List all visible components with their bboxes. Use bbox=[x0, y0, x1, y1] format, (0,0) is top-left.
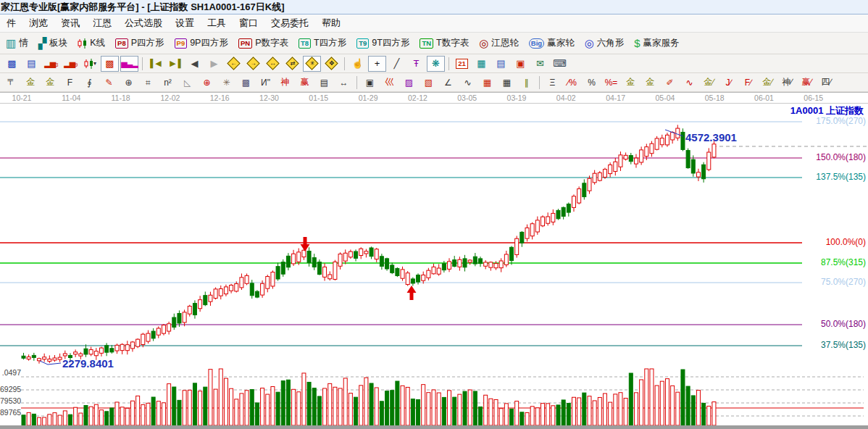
menu-item-2[interactable]: 资讯 bbox=[54, 14, 86, 32]
menu-item-6[interactable]: 工具 bbox=[201, 14, 233, 32]
percent-tool[interactable]: % bbox=[583, 75, 601, 91]
histogram-button[interactable]: ▅▃▂ bbox=[120, 56, 138, 72]
percent-line-tool[interactable]: 〒 bbox=[2, 75, 20, 91]
menu-item-0[interactable]: 件 bbox=[0, 14, 22, 32]
kline-chart-canvas[interactable]: 4572.39012279.8401 bbox=[0, 104, 868, 425]
t-tool-button[interactable]: Ŧ bbox=[407, 56, 425, 72]
scale-list-tool[interactable]: Ξ bbox=[543, 75, 562, 91]
fib-ruler-tool[interactable]: F bbox=[61, 75, 79, 91]
diamond-star-button[interactable]: ✳ bbox=[303, 56, 321, 72]
t-number-table-button[interactable]: TNT数字表 bbox=[414, 35, 474, 52]
winner-service-button[interactable]: $赢家服务 bbox=[629, 35, 684, 52]
wave-tool[interactable]: ∿ bbox=[459, 75, 477, 91]
web-tool[interactable]: ✳ bbox=[217, 75, 235, 91]
gold-slash2-tool[interactable]: 金∕ bbox=[759, 75, 777, 91]
next-button[interactable]: ▶ bbox=[205, 56, 223, 72]
menu-item-5[interactable]: 设置 bbox=[169, 14, 201, 32]
sectors-button[interactable]: ▞板块 bbox=[33, 35, 73, 52]
j-slash-tool[interactable]: J∕ bbox=[719, 75, 738, 91]
p-number-table-button[interactable]: PNP数字表 bbox=[233, 35, 293, 52]
diamond-converge-button[interactable]: ⇄ bbox=[283, 56, 301, 72]
blue-mask-button[interactable]: ▩ bbox=[3, 56, 21, 72]
gann-box-tool[interactable]: ▣ bbox=[361, 75, 379, 91]
angle-lines-tool[interactable]: ∠ bbox=[439, 75, 457, 91]
fib-icon: F bbox=[67, 78, 72, 88]
winner-wheel-button[interactable]: Big赢家轮 bbox=[524, 35, 580, 52]
ying-tool[interactable]: 赢 bbox=[296, 75, 314, 91]
skip-end-button[interactable]: ▶▐ bbox=[166, 56, 184, 72]
grid-tool[interactable]: ▦ bbox=[498, 75, 516, 91]
computer-button[interactable]: ⌨ bbox=[551, 56, 569, 72]
brain-button[interactable]: ❋ bbox=[427, 56, 445, 72]
9t-square-button[interactable]: T99T四方形 bbox=[351, 35, 414, 52]
notes-button[interactable]: ▤ bbox=[492, 56, 510, 72]
skip-end-icon: ▶▐ bbox=[170, 59, 180, 68]
gann-wheel-button[interactable]: ◎江恩轮 bbox=[474, 35, 524, 52]
golden-box-tool[interactable]: 金 bbox=[41, 75, 59, 91]
menu-item-9[interactable]: 帮助 bbox=[315, 14, 347, 32]
gold-circle-tool[interactable]: 金 bbox=[622, 75, 640, 91]
gold-slash-tool[interactable]: 金∕ bbox=[700, 75, 718, 91]
computer-icon: ⌨ bbox=[553, 58, 567, 69]
chart9-button[interactable]: ▂▅₉ bbox=[62, 56, 80, 72]
hand-tool-button[interactable]: ☝ bbox=[349, 56, 367, 72]
big-wheel-icon: Big bbox=[529, 38, 544, 49]
diamond-move-button[interactable]: ✥ bbox=[322, 56, 341, 72]
t-square-button[interactable]: T8T四方形 bbox=[293, 35, 351, 52]
kline-style-button[interactable]: ▾ bbox=[81, 56, 99, 72]
trendline-button[interactable]: ╱ bbox=[388, 56, 406, 72]
wave-red-tool[interactable]: ∿ bbox=[680, 75, 698, 91]
skip-start-button[interactable]: ▌◀ bbox=[146, 56, 164, 72]
chart-area[interactable]: 4572.39012279.8401 1A0001 上证指数 175.0%(27… bbox=[0, 104, 868, 425]
parallel-lines-tool[interactable]: ∥ bbox=[517, 75, 535, 91]
span-tool[interactable]: ↔ bbox=[335, 75, 353, 91]
menu-item-1[interactable]: 浏览 bbox=[22, 14, 54, 32]
f-slash-tool[interactable]: F∕ bbox=[739, 75, 757, 91]
mail-button[interactable]: ✉ bbox=[531, 56, 549, 72]
menu-item-3[interactable]: 江恩 bbox=[86, 14, 118, 32]
ruler-ticks-tool[interactable]: ⌗ bbox=[139, 75, 157, 91]
clipboard-button[interactable]: ▤ bbox=[22, 56, 41, 72]
n-wave-tool[interactable]: И" bbox=[256, 75, 275, 91]
gann-circle-tool[interactable]: ⊕ bbox=[120, 75, 138, 91]
target-tool[interactable]: ⊕ bbox=[198, 75, 216, 91]
ruler-123-tool[interactable]: ▤ bbox=[315, 75, 333, 91]
percent-eq-tool[interactable]: %= bbox=[602, 75, 620, 91]
diamond-expand-button[interactable]: ↔ bbox=[264, 56, 282, 72]
square-number-tool[interactable]: n² bbox=[159, 75, 177, 91]
golden-ratio-tool[interactable]: 金 bbox=[22, 75, 40, 91]
ying-slash-tool[interactable]: 赢∕ bbox=[798, 75, 816, 91]
red-mask-button[interactable]: ▩ bbox=[101, 56, 119, 72]
p-square-button[interactable]: P8P四方形 bbox=[110, 35, 169, 52]
menu-item-7[interactable]: 窗口 bbox=[233, 14, 264, 32]
save-button[interactable]: ▣ bbox=[512, 56, 530, 72]
calculator-button[interactable]: ▦ bbox=[472, 56, 491, 72]
si-slash-tool[interactable]: 四∕ bbox=[817, 75, 835, 91]
9p-square-button[interactable]: P99P四方形 bbox=[170, 35, 233, 52]
quotes-button[interactable]: ▥情 bbox=[1, 35, 33, 52]
fan-lines-tool[interactable]: 巛 bbox=[380, 75, 398, 91]
percent-slash-tool[interactable]: ∕% bbox=[563, 75, 581, 91]
calendar-button[interactable]: 21 bbox=[453, 56, 471, 72]
triangle-tool[interactable]: ◺ bbox=[178, 75, 196, 91]
kline-button[interactable]: K线 bbox=[72, 35, 110, 52]
fan-box-tool[interactable]: ▨ bbox=[400, 75, 418, 91]
crosshair-button[interactable]: + bbox=[368, 56, 386, 72]
gold-line-tool[interactable]: 金 bbox=[641, 75, 659, 91]
fan-box2-tool[interactable]: ▧ bbox=[420, 75, 438, 91]
diamond-right-button[interactable]: → bbox=[244, 56, 262, 72]
brush-tool[interactable]: ✎ bbox=[100, 75, 118, 91]
menu-item-8[interactable]: 交易委托 bbox=[264, 14, 315, 32]
gold-box-icon: 金 bbox=[46, 76, 55, 88]
shen-tool[interactable]: 神 bbox=[276, 75, 294, 91]
shen-slash-tool[interactable]: 神∕ bbox=[778, 75, 796, 91]
prev-button[interactable]: ◀ bbox=[185, 56, 204, 72]
spiderweb-tool[interactable]: ▩ bbox=[237, 75, 255, 91]
chart3-button[interactable]: ▂▅₃ bbox=[42, 56, 60, 72]
menu-item-4[interactable]: 公式选股 bbox=[118, 14, 169, 32]
diamond-left-button[interactable]: ← bbox=[225, 56, 243, 72]
pencil-angle-tool[interactable]: ✐ bbox=[661, 75, 679, 91]
grid-red-tool[interactable]: ▦ bbox=[478, 75, 496, 91]
spiral-tool[interactable]: ∮ bbox=[80, 75, 99, 91]
hexagon-button[interactable]: ◎六角形 bbox=[580, 35, 630, 52]
